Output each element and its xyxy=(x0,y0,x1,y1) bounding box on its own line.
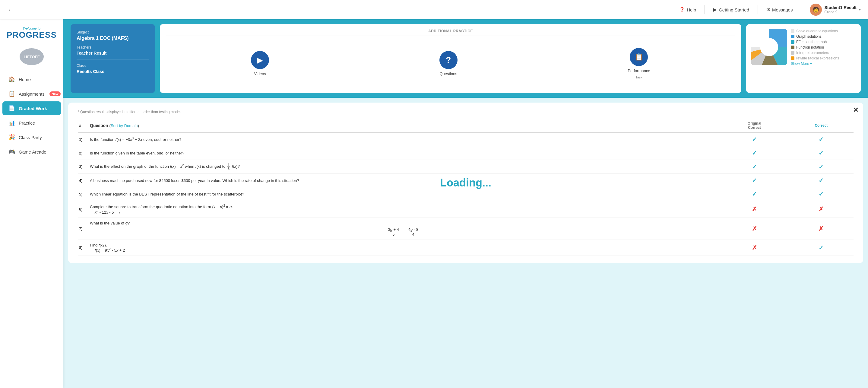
legend-color-5 xyxy=(791,56,795,60)
table-row: 6)Complete the square to transform the q… xyxy=(78,201,854,218)
legend-item-2: Effect on the graph xyxy=(791,40,856,44)
table-row: 2)Is the function given in the table eve… xyxy=(78,146,854,160)
user-menu[interactable]: 🧑 Student1 Result Grade 9 ▾ xyxy=(810,4,861,16)
row-correct: ✗ xyxy=(792,201,854,218)
top-header: ← ❓ Help ▶ Getting Started ✉ Messages 🧑 … xyxy=(0,0,868,19)
teachers-label: Teachers xyxy=(76,45,149,50)
row-original-correct: ✗ xyxy=(720,240,792,256)
cross-icon: ✗ xyxy=(752,226,757,232)
sidebar-item-assignments[interactable]: 📋 Assignments New xyxy=(2,87,61,101)
avatar: 🧑 xyxy=(810,4,822,16)
sidebar-item-label: Home xyxy=(19,77,31,82)
performance-label: Performance xyxy=(628,68,650,73)
row-original-correct: ✓ xyxy=(720,187,792,201)
col-question: Question (Sort by Domain) xyxy=(89,119,720,132)
username: Student1 Result xyxy=(824,5,857,10)
row-question: Find f(-2).f(x) = 9x2 - 5x + 2 xyxy=(89,240,720,256)
assignments-badge: New xyxy=(50,91,61,96)
sidebar-item-home[interactable]: 🏠 Home xyxy=(2,72,61,86)
legend-item-4: Interpret parameters xyxy=(791,51,856,55)
legend-area: Solve quadratic equations Graph solution… xyxy=(791,29,856,66)
legend-color-2 xyxy=(791,40,795,44)
svg-point-6 xyxy=(760,38,778,56)
legend-color-4 xyxy=(791,51,795,55)
check-icon: ✓ xyxy=(752,163,757,170)
practice-actions: ▶ Videos ? Questions 📋 Performance Task xyxy=(166,39,735,88)
help-link[interactable]: ❓ Help xyxy=(679,7,696,12)
legend-label-3: Function notation xyxy=(796,45,824,50)
row-num: 6) xyxy=(78,201,89,218)
performance-content: Solve quadratic equations Graph solution… xyxy=(751,29,856,66)
sidebar-item-game-arcade[interactable]: 🎮 Game Arcade xyxy=(2,145,61,159)
sidebar-item-label: Assignments xyxy=(19,91,44,96)
videos-icon: ▶ xyxy=(251,51,269,69)
close-button[interactable]: ✕ xyxy=(853,106,858,114)
row-num: 3) xyxy=(78,160,89,174)
row-question: Which linear equation is the BEST repres… xyxy=(89,187,720,201)
questions-table: # Question (Sort by Domain) OriginalCorr… xyxy=(78,119,854,256)
check-icon: ✓ xyxy=(818,136,824,143)
user-grade: Grade 9 xyxy=(824,10,857,14)
cross-icon: ✗ xyxy=(752,244,757,251)
class-label: Class xyxy=(76,64,149,68)
check-icon: ✓ xyxy=(818,163,824,170)
original-correct-header: OriginalCorrect xyxy=(721,121,788,130)
correct-header: Correct xyxy=(793,123,850,128)
row-original-correct: ✗ xyxy=(720,217,792,240)
teachers-value: Teacher Result xyxy=(76,51,149,59)
legend-item-1: Graph solutions xyxy=(791,34,856,39)
row-correct: ✓ xyxy=(792,146,854,160)
sort-by-domain-link[interactable]: (Sort by Domain) xyxy=(110,123,139,128)
show-more-link[interactable]: Show More ▾ xyxy=(791,62,856,66)
messages-label: Messages xyxy=(772,7,793,12)
class-value: Results Class xyxy=(76,69,149,74)
liftoff-text: LIFTOFF xyxy=(24,55,39,59)
practice-action-videos[interactable]: ▶ Videos xyxy=(251,51,269,76)
performance-card: Solve quadratic equations Graph solution… xyxy=(746,24,861,93)
sidebar-logo: Welcome to PROGRESS xyxy=(7,27,57,40)
header-divider-3 xyxy=(801,5,801,14)
check-icon: ✓ xyxy=(752,191,757,197)
header-back[interactable]: ← xyxy=(7,6,14,13)
liftoff-badge: LIFTOFF xyxy=(20,48,44,65)
legend-item-5: rewrite radical expressions xyxy=(791,56,856,60)
check-icon: ✓ xyxy=(818,177,824,184)
row-original-correct: ✗ xyxy=(720,201,792,218)
row-original-correct: ✓ xyxy=(720,174,792,187)
practice-action-questions[interactable]: ? Questions xyxy=(439,51,458,76)
row-question: Complete the square to transform the qua… xyxy=(89,201,720,218)
help-icon: ❓ xyxy=(679,7,685,12)
task-note: Task xyxy=(636,76,642,79)
mail-icon: ✉ xyxy=(766,7,770,12)
sidebar-item-class-party[interactable]: 🎉 Class Party xyxy=(2,130,61,144)
row-num: 7) xyxy=(78,217,89,240)
row-question: What is the value of g?3g + 45 = 4g - 84 xyxy=(89,217,720,240)
row-correct: ✓ xyxy=(792,187,854,201)
practice-action-performance[interactable]: 📋 Performance Task xyxy=(628,48,650,79)
legend-item-3: Function notation xyxy=(791,45,856,50)
row-num: 1) xyxy=(78,132,89,146)
legend-item-0: Solve quadratic equations xyxy=(791,29,856,33)
header-divider xyxy=(705,5,705,14)
row-correct: ✓ xyxy=(792,160,854,174)
logo-welcome-text: Welcome to xyxy=(7,27,57,30)
sidebar-item-graded-work[interactable]: 📄 Graded Work xyxy=(2,101,61,115)
getting-started-link[interactable]: ▶ Getting Started xyxy=(713,7,749,12)
table-row: 1)Is the function f(x) = −3x3 + 2x even,… xyxy=(78,132,854,146)
sort-link-text[interactable]: Sort by Domain xyxy=(111,123,138,128)
row-correct: ✗ xyxy=(792,217,854,240)
legend-color-3 xyxy=(791,46,795,49)
sidebar-item-practice[interactable]: 📊 Practice xyxy=(2,116,61,130)
legend-label-2: Effect on the graph xyxy=(796,40,827,44)
practice-icon: 📊 xyxy=(8,119,15,126)
chevron-down-icon: ▾ xyxy=(859,7,861,12)
subject-card: Subject Algebra 1 EOC (MAFS) Teachers Te… xyxy=(70,24,155,93)
back-button[interactable]: ← xyxy=(7,6,14,13)
main-panel: ✕ * Question results displayed in differ… xyxy=(68,102,863,263)
messages-link[interactable]: ✉ Messages xyxy=(766,7,793,12)
table-row: 8)Find f(-2).f(x) = 9x2 - 5x + 2✗✓ xyxy=(78,240,854,256)
play-icon: ▶ xyxy=(713,7,717,12)
table-row: 7)What is the value of g?3g + 45 = 4g - … xyxy=(78,217,854,240)
class-party-icon: 🎉 xyxy=(8,134,15,141)
row-correct: ✓ xyxy=(792,240,854,256)
